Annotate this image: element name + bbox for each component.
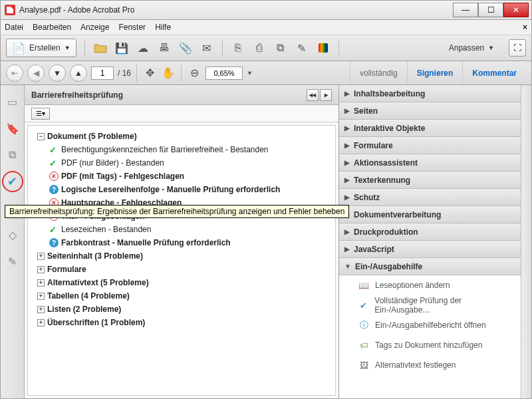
expand-icon[interactable]: +: [37, 319, 45, 327]
tree-item[interactable]: Logische Lesereihenfolge - Manuelle Prüf…: [49, 183, 332, 196]
accordion-javascript[interactable]: ▶JavaScript: [339, 241, 521, 258]
tools-item[interactable]: ⓘEin-/Ausgabehilfebericht öffnen: [339, 315, 521, 335]
accordion-body: 📖Leseoptionen ändern✔Vollständige Prüfun…: [339, 275, 521, 398]
tab-signieren[interactable]: Signieren: [407, 61, 463, 84]
last-page-icon[interactable]: ▲: [70, 65, 87, 82]
tab-vollstaendig[interactable]: vollständig: [350, 61, 407, 84]
next-page-icon[interactable]: ▼: [49, 65, 66, 82]
chevron-right-icon: ▶: [344, 176, 350, 184]
accordion-formulare[interactable]: ▶Formulare: [339, 137, 521, 154]
export-icon[interactable]: ⎘: [231, 41, 245, 55]
dropdown-icon[interactable]: ▼: [247, 70, 253, 76]
dropdown-icon: ▼: [65, 45, 70, 51]
tree-group[interactable]: +Überschriften (1 Problem): [37, 316, 332, 329]
convert-icon[interactable]: ⎙: [252, 41, 267, 55]
panel-prev-icon[interactable]: ◂◂: [307, 89, 319, 101]
tree-group[interactable]: +Formulare: [37, 263, 332, 276]
thumbnails-icon[interactable]: ▭: [5, 94, 20, 109]
accordion-interaktive-objekte[interactable]: ▶Interaktive Objekte: [339, 120, 521, 137]
accordion-label: Interaktive Objekte: [354, 124, 425, 133]
options-menu-icon[interactable]: ☰▾: [31, 108, 50, 120]
prev-page-icon[interactable]: ◀: [27, 65, 45, 82]
tools-item[interactable]: 🖼Alternativtext festlegen: [339, 355, 521, 375]
tree-item[interactable]: Berechtigungskennzeichen für Barrierefre…: [49, 143, 332, 156]
fullscreen-icon[interactable]: ⛶: [509, 39, 526, 57]
edit-icon[interactable]: ✎: [295, 41, 309, 55]
tools-item-icon: 📖: [358, 279, 370, 291]
customize-label: Anpassen: [449, 43, 484, 53]
tab-kommentar[interactable]: Kommentar: [462, 61, 526, 84]
first-page-icon[interactable]: ⇤: [6, 65, 23, 82]
expand-icon[interactable]: +: [37, 266, 45, 273]
attachments-icon[interactable]: ⧉: [5, 148, 20, 162]
bookmarks-icon[interactable]: 🔖: [5, 121, 20, 136]
tree-group-dokument[interactable]: − Dokument (5 Probleme): [37, 130, 332, 143]
tools-item[interactable]: 🏷Tags zu Dokument hinzufügen: [339, 335, 521, 355]
accordion-ein-ausgabehilfe[interactable]: ▼Ein-/Ausgabehilfe: [339, 258, 521, 275]
customize-button[interactable]: Anpassen ▼: [449, 43, 494, 53]
maximize-button[interactable]: ☐: [478, 3, 503, 17]
chevron-right-icon: ▶: [344, 142, 350, 149]
accordion-dokumentverarbeitung[interactable]: ▶Dokumentverarbeitung: [339, 206, 521, 223]
accordion-inhaltsbearbeitung[interactable]: ▶Inhaltsbearbeitung: [339, 85, 521, 102]
close-button[interactable]: ✕: [503, 3, 529, 17]
menu-hilfe[interactable]: Hilfe: [155, 23, 171, 32]
accessibility-panel: Barrierefreiheitsprüfung ◂◂ ▸ ☰▾ − Dokum…: [25, 85, 338, 398]
open-icon[interactable]: [93, 41, 108, 55]
accordion-texterkennung[interactable]: ▶Texterkennung: [339, 172, 521, 189]
accordion-druckproduktion[interactable]: ▶Druckproduktion: [339, 223, 521, 241]
combine-icon[interactable]: ⧉: [273, 41, 288, 55]
tools-item[interactable]: 📖Leseoptionen ändern: [339, 275, 521, 295]
zoom-out-icon[interactable]: ⊖: [187, 66, 201, 80]
accordion-aktionsassistent[interactable]: ▶Aktionsassistent: [339, 154, 521, 172]
titlebar: Analyse.pdf - Adobe Acrobat Pro — ☐ ✕: [0, 0, 532, 20]
hand-tool-icon[interactable]: ✋: [161, 66, 176, 80]
accordion-label: Seiten: [354, 106, 378, 116]
tree-item[interactable]: Farbkontrast - Manuelle Prüfung erforder…: [49, 236, 332, 249]
expand-icon[interactable]: +: [37, 293, 45, 300]
menu-bearbeiten[interactable]: Bearbeiten: [33, 23, 71, 32]
print-icon[interactable]: 🖶: [157, 41, 172, 55]
menu-anzeige[interactable]: Anzeige: [80, 23, 109, 32]
scrollbar[interactable]: [521, 85, 531, 398]
tree-item[interactable]: PDF (mit Tags) - Fehlgeschlagen: [49, 170, 332, 183]
select-tool-icon[interactable]: ✥: [142, 66, 157, 80]
tree-item-label: PDF (mit Tags) - Fehlgeschlagen: [61, 172, 184, 181]
accessibility-check-icon[interactable]: ✔: [5, 174, 20, 189]
tree-item-label: PDF (nur Bilder) - Bestanden: [61, 158, 164, 168]
mail-icon[interactable]: ✉: [200, 41, 214, 55]
share-icon[interactable]: 📎: [178, 41, 193, 55]
accordion-seiten[interactable]: ▶Seiten: [339, 102, 521, 120]
accordion-label: Formulare: [354, 141, 393, 150]
accordion-label: JavaScript: [354, 245, 394, 254]
menubar-close-icon[interactable]: ×: [523, 23, 527, 32]
tree-item[interactable]: Lesezeichen - Bestanden: [49, 223, 332, 236]
tree-group[interactable]: +Tabellen (4 Probleme): [37, 289, 332, 303]
accessibility-panel-subbar: ☰▾: [25, 105, 338, 122]
tree-group[interactable]: +Seiteninhalt (3 Probleme): [37, 249, 332, 263]
collapse-icon[interactable]: −: [37, 133, 45, 140]
menu-datei[interactable]: Datei: [5, 23, 23, 32]
accessibility-panel-header: Barrierefreiheitsprüfung ◂◂ ▸: [25, 85, 338, 105]
separator: [181, 65, 182, 82]
tree-group[interactable]: +Listen (2 Probleme): [37, 303, 332, 316]
create-button[interactable]: 📄 Erstellen ▼: [6, 39, 76, 57]
save-icon[interactable]: 💾: [114, 41, 129, 55]
color-icon[interactable]: [316, 41, 331, 55]
panel-next-icon[interactable]: ▸: [320, 89, 332, 101]
layers-icon[interactable]: ◇: [5, 227, 20, 242]
expand-icon[interactable]: +: [37, 253, 45, 260]
page-input[interactable]: [91, 66, 114, 80]
zoom-input[interactable]: [205, 66, 243, 80]
expand-icon[interactable]: +: [37, 306, 45, 313]
signatures-icon[interactable]: ✎: [5, 254, 20, 269]
cloud-icon[interactable]: ☁: [136, 41, 150, 55]
expand-icon[interactable]: +: [37, 279, 45, 287]
tools-item[interactable]: ✔Vollständige Prüfung der Ein-/Ausgabe…: [339, 295, 521, 315]
accordion-schutz[interactable]: ▶Schutz: [339, 189, 521, 206]
tree-item[interactable]: PDF (nur Bilder) - Bestanden: [49, 156, 332, 170]
menu-fenster[interactable]: Fenster: [118, 23, 146, 32]
separator: [84, 39, 85, 57]
minimize-button[interactable]: —: [453, 3, 478, 17]
tree-group[interactable]: +Alternativtext (5 Probleme): [37, 276, 332, 289]
